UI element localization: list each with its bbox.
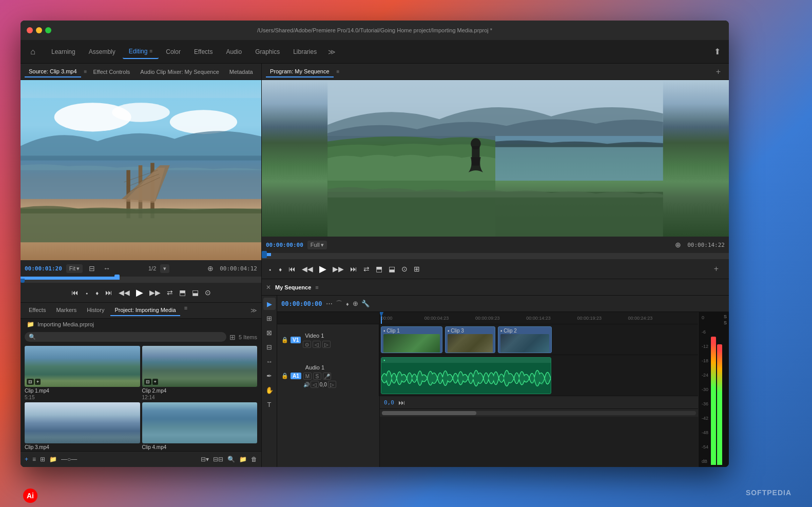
timeline-current-timecode[interactable]: 00:00:00:00 bbox=[281, 300, 322, 307]
tab-learning[interactable]: Learning bbox=[45, 45, 82, 59]
audio-clip-block[interactable]: ▪ bbox=[381, 357, 551, 394]
v1-lock-btn[interactable]: 🔒 bbox=[281, 337, 288, 343]
program-timecode[interactable]: 00:00:00:00 bbox=[266, 242, 303, 248]
tl-linked-btn[interactable]: ⌒ bbox=[336, 299, 342, 308]
close-button[interactable] bbox=[27, 27, 33, 33]
source-insert-btn[interactable]: ⬒ bbox=[179, 288, 186, 297]
more-tabs-button[interactable]: ≫ bbox=[324, 46, 340, 58]
source-camera-btn[interactable]: ⊙ bbox=[205, 288, 211, 297]
a1-vol-prev[interactable]: ◁ bbox=[311, 381, 319, 388]
program-loop-btn[interactable]: ⇄ bbox=[363, 265, 370, 273]
timeline-scrollbar[interactable] bbox=[380, 408, 698, 417]
tool-pen[interactable]: ✒ bbox=[263, 369, 276, 382]
program-rewind-btn[interactable]: ◀◀ bbox=[302, 265, 313, 273]
program-tab-menu[interactable]: ≡ bbox=[337, 69, 340, 74]
program-add-btn[interactable]: + bbox=[712, 67, 725, 76]
project-expand-btn[interactable]: ≫ bbox=[250, 307, 257, 314]
timeline-scroll-thumb[interactable] bbox=[382, 411, 476, 415]
program-camera-btn[interactable]: ⊙ bbox=[401, 265, 408, 273]
a1-mic-btn[interactable]: 🎤 bbox=[323, 373, 331, 380]
v1-next-btn[interactable]: ▷ bbox=[322, 341, 331, 348]
source-rewind-btn[interactable]: ◀◀ bbox=[119, 288, 130, 297]
a1-s-btn[interactable]: S bbox=[313, 373, 321, 380]
tab-assembly[interactable]: Assembly bbox=[83, 45, 122, 59]
tab-effect-controls[interactable]: Effect Controls bbox=[89, 67, 134, 77]
footer-delete-btn[interactable]: 🗑 bbox=[251, 456, 257, 463]
program-clip-btn[interactable]: ⬧ bbox=[278, 265, 282, 273]
footer-add-btn[interactable]: + bbox=[25, 456, 28, 463]
a1-vol-next[interactable]: ▷ bbox=[328, 381, 336, 388]
program-add-track-btn[interactable]: + bbox=[710, 264, 723, 274]
tool-ripple[interactable]: ⊞ bbox=[263, 312, 276, 324]
clip-item-3[interactable]: Clip 3.mp4 bbox=[25, 402, 140, 451]
tl-markers-btn[interactable]: ⬧ bbox=[345, 300, 350, 307]
tab-color[interactable]: Color bbox=[160, 45, 187, 59]
clip-1-block[interactable]: ▪ Clip 1 bbox=[381, 326, 442, 353]
footer-auto-match-btn[interactable]: ⊟⊟ bbox=[213, 456, 223, 463]
tab-source-clip[interactable]: Source: Clip 3.mp4 bbox=[25, 66, 81, 77]
source-page-dropdown[interactable]: ▾ bbox=[160, 264, 169, 273]
tl-wrench-btn[interactable]: 🔧 bbox=[361, 300, 370, 307]
footer-search-btn[interactable]: 🔍 bbox=[227, 456, 235, 463]
program-go-next-btn[interactable]: ⏭ bbox=[350, 265, 357, 273]
source-go-in-btn[interactable]: ⏭ bbox=[105, 288, 112, 297]
source-loop-btn[interactable]: ⇄ bbox=[167, 288, 173, 297]
a1-sync-btn[interactable]: A1 bbox=[291, 373, 301, 379]
footer-new-bin-btn[interactable]: 📁 bbox=[239, 456, 247, 463]
v1-mute-btn[interactable]: ◁ bbox=[313, 341, 321, 348]
tab-history[interactable]: History bbox=[83, 305, 108, 316]
program-scrubber-handle[interactable] bbox=[262, 251, 267, 258]
source-mark-out-btn[interactable]: ⬧ bbox=[95, 288, 99, 297]
footer-sort-btn[interactable]: ⊟▾ bbox=[201, 456, 209, 463]
clip-3-block[interactable]: ▪ Clip 3 bbox=[445, 326, 495, 353]
home-button[interactable]: ⌂ bbox=[25, 44, 41, 60]
fullscreen-button[interactable] bbox=[45, 27, 51, 33]
source-safe-margins-btn[interactable]: ⊕ bbox=[205, 263, 216, 274]
clip-item-2[interactable]: ⊟ + Clip 2.mp4 12:14 bbox=[142, 346, 258, 400]
clip-item-4[interactable]: Clip 4.mp4 bbox=[142, 402, 258, 451]
tl-settings-btn[interactable]: ⊕ bbox=[353, 300, 358, 307]
a1-lock-btn[interactable]: 🔒 bbox=[281, 373, 288, 379]
footer-slider-btn[interactable]: —○— bbox=[61, 456, 77, 463]
source-mark-in-btn[interactable]: ⬩ bbox=[85, 288, 89, 297]
source-forward-btn[interactable]: ▶▶ bbox=[149, 288, 161, 297]
program-extract-btn[interactable]: ⬓ bbox=[389, 265, 395, 273]
share-button[interactable]: ⬆ bbox=[710, 45, 725, 59]
v1-eye-btn[interactable]: ⊙ bbox=[303, 341, 311, 348]
tab-audio[interactable]: Audio bbox=[220, 45, 248, 59]
timeline-menu-btn[interactable]: ≡ bbox=[315, 284, 318, 290]
program-safe-margins-btn[interactable]: ⊕ bbox=[673, 240, 683, 250]
tab-graphics[interactable]: Graphics bbox=[249, 45, 286, 59]
footer-icon-view-btn[interactable]: ⊞ bbox=[40, 456, 45, 463]
source-step-back-btn[interactable]: ⏮ bbox=[71, 288, 79, 297]
source-tab-menu[interactable]: ≡ bbox=[84, 69, 87, 74]
clip-item-1[interactable]: ⊟ + Clip 1.mp4 5:15 bbox=[25, 346, 140, 400]
program-scrubber[interactable] bbox=[262, 253, 729, 256]
program-lift-btn[interactable]: ⬒ bbox=[376, 265, 382, 273]
source-play-btn[interactable]: ▶ bbox=[136, 287, 143, 298]
tab-effects[interactable]: Effects bbox=[25, 305, 50, 316]
tab-program-sequence[interactable]: Program: My Sequence bbox=[266, 66, 334, 77]
project-tab-menu[interactable]: ≡ bbox=[184, 305, 187, 316]
program-forward-btn[interactable]: ▶▶ bbox=[333, 265, 344, 273]
source-timecode[interactable]: 00:00:01:20 bbox=[25, 265, 62, 272]
safety-btn[interactable]: S bbox=[724, 320, 727, 325]
tab-metadata[interactable]: Metadata bbox=[225, 67, 257, 77]
tool-ripple2[interactable]: ⊟ bbox=[263, 341, 276, 353]
tl-snap-btn[interactable]: ⋯ bbox=[326, 300, 333, 307]
source-expand-btn[interactable]: ↔ bbox=[101, 263, 112, 274]
a1-m-btn[interactable]: M bbox=[303, 373, 312, 380]
tool-slip[interactable]: ↔ bbox=[263, 355, 276, 367]
footer-list-view-btn[interactable]: ≡ bbox=[32, 456, 36, 463]
tab-project-importing-media[interactable]: Project: Importing Media bbox=[110, 305, 180, 316]
solo-btn[interactable]: S bbox=[724, 314, 727, 319]
v1-sync-btn[interactable]: V1 bbox=[291, 337, 301, 343]
tab-audio-clip-mixer[interactable]: Audio Clip Mixer: My Sequence bbox=[136, 67, 223, 77]
program-extra-btn[interactable]: ⊞ bbox=[414, 265, 420, 273]
source-fit-dropdown[interactable]: Fit ▾ bbox=[66, 264, 83, 273]
tab-effects[interactable]: Effects bbox=[188, 45, 219, 59]
tab-editing[interactable]: Editing ≡ bbox=[123, 45, 159, 59]
clip-2-block[interactable]: ▪ Clip 2 bbox=[498, 326, 552, 353]
minimize-button[interactable] bbox=[36, 27, 42, 33]
footer-bin-btn[interactable]: 📁 bbox=[49, 456, 57, 463]
